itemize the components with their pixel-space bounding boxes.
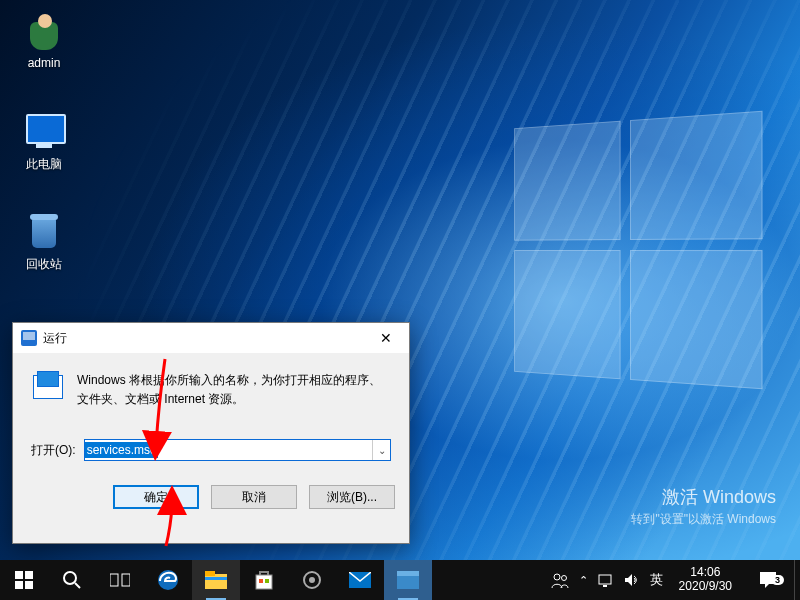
tray-volume-icon[interactable] [624, 572, 640, 588]
open-combobox[interactable]: services.msc ⌄ [84, 439, 391, 461]
run-app-icon [31, 371, 65, 403]
notification-badge: 3 [771, 575, 784, 585]
svg-point-20 [554, 574, 560, 580]
taskbar-app-mail[interactable] [336, 560, 384, 600]
svg-rect-23 [603, 585, 607, 587]
svg-rect-10 [205, 571, 215, 576]
close-button[interactable]: ✕ [363, 323, 409, 353]
taskbar-app-active-window[interactable] [384, 560, 432, 600]
run-title-icon [21, 330, 37, 346]
desktop-icon-label: 此电脑 [6, 156, 82, 173]
svg-rect-0 [15, 571, 23, 579]
watermark-title: 激活 Windows [631, 485, 776, 509]
tray-overflow-chevron-icon[interactable]: ⌃ [579, 574, 588, 587]
start-button[interactable] [0, 560, 48, 600]
svg-rect-19 [397, 571, 419, 576]
run-description: Windows 将根据你所输入的名称，为你打开相应的程序、文件夹、文档或 Int… [77, 371, 391, 409]
tray-clock[interactable]: 14:06 2020/9/30 [673, 566, 738, 594]
show-desktop-button[interactable] [794, 560, 800, 600]
file-explorer-icon [205, 571, 227, 589]
search-icon [62, 570, 82, 590]
open-input-value[interactable]: services.msc [85, 442, 158, 458]
svg-point-16 [309, 577, 315, 583]
run-title: 运行 [43, 330, 67, 347]
svg-point-21 [561, 576, 566, 581]
desktop-icon-label: 回收站 [6, 256, 82, 273]
tray-ime-indicator[interactable]: 英 [650, 571, 663, 589]
desktop-icon-this-pc[interactable]: 此电脑 [6, 110, 82, 173]
task-view-button[interactable] [96, 560, 144, 600]
desktop-icon-recycle-bin[interactable]: 回收站 [6, 210, 82, 273]
wallpaper-windows-logo [514, 111, 762, 390]
run-titlebar[interactable]: 运行 ✕ [13, 323, 409, 353]
recycle-bin-icon [20, 210, 68, 252]
svg-rect-13 [259, 579, 263, 583]
desktop-icon-admin[interactable]: admin [6, 10, 82, 70]
taskbar: ⌃ 英 14:06 2020/9/30 3 [0, 560, 800, 600]
desktop-icon-label: admin [6, 56, 82, 70]
svg-rect-3 [25, 581, 33, 589]
desktop[interactable]: admin 此电脑 回收站 新 激活 Windows 转到"设置"以激活 Win… [0, 0, 800, 600]
svg-line-5 [75, 583, 80, 588]
system-tray: ⌃ 英 14:06 2020/9/30 3 [545, 560, 794, 600]
window-icon [397, 571, 419, 589]
taskbar-app-settings[interactable] [288, 560, 336, 600]
open-label: 打开(O): [31, 442, 76, 459]
close-icon: ✕ [380, 330, 392, 346]
svg-rect-1 [25, 571, 33, 579]
chevron-down-icon[interactable]: ⌄ [372, 440, 390, 460]
tray-network-icon[interactable] [598, 572, 614, 588]
taskbar-app-explorer[interactable] [192, 560, 240, 600]
svg-rect-22 [599, 575, 611, 584]
activation-watermark: 激活 Windows 转到"设置"以激活 Windows [631, 485, 776, 528]
taskbar-app-edge[interactable] [144, 560, 192, 600]
ok-button[interactable]: 确定 [113, 485, 199, 509]
svg-rect-12 [256, 575, 272, 589]
store-icon [254, 570, 274, 590]
mail-icon [349, 572, 371, 588]
this-pc-icon [20, 110, 68, 152]
svg-rect-11 [205, 577, 227, 580]
svg-rect-6 [110, 574, 118, 586]
browse-button[interactable]: 浏览(B)... [309, 485, 395, 509]
user-folder-icon [20, 10, 68, 52]
run-dialog: 运行 ✕ Windows 将根据你所输入的名称，为你打开相应的程序、文件夹、文档… [12, 322, 410, 544]
search-button[interactable] [48, 560, 96, 600]
tray-people-icon[interactable] [551, 571, 569, 589]
edge-icon [157, 569, 179, 591]
svg-point-4 [64, 572, 76, 584]
svg-rect-2 [15, 581, 23, 589]
svg-rect-14 [265, 579, 269, 583]
windows-logo-icon [15, 571, 33, 589]
watermark-subtitle: 转到"设置"以激活 Windows [631, 511, 776, 528]
tray-time: 14:06 [679, 566, 732, 580]
svg-rect-9 [205, 574, 227, 589]
gear-icon [302, 570, 322, 590]
svg-rect-7 [122, 574, 130, 586]
task-view-icon [110, 572, 130, 588]
tray-date: 2020/9/30 [679, 580, 732, 594]
taskbar-app-store[interactable] [240, 560, 288, 600]
cancel-button[interactable]: 取消 [211, 485, 297, 509]
action-center-button[interactable]: 3 [748, 571, 788, 589]
